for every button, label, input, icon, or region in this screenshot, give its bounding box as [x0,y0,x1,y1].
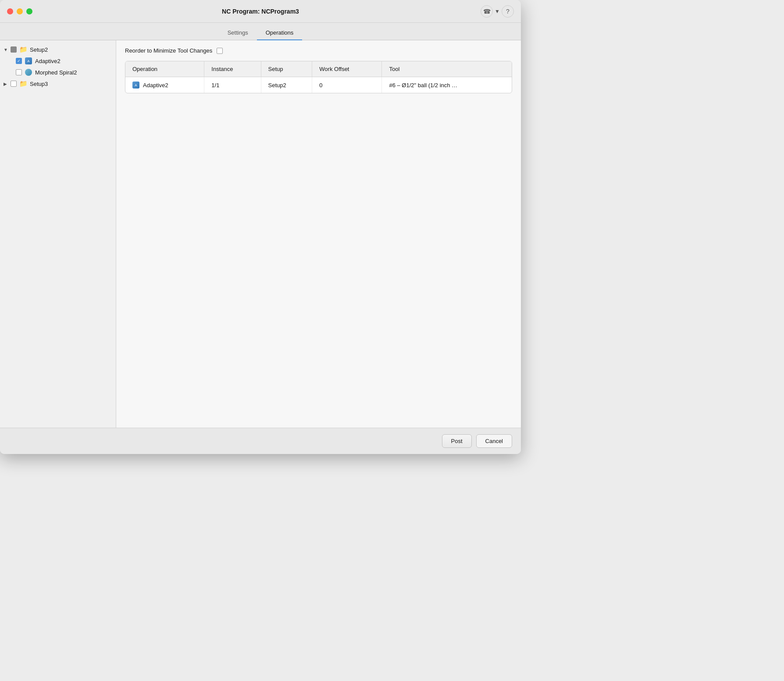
chevron-down-icon: ▼ [495,8,500,14]
setup2-label: Setup2 [30,46,48,53]
tabs-bar: Settings Operations [0,23,521,40]
titlebar-actions: ☎ ▼ ? [481,5,514,18]
cell-setup: Setup2 [261,77,312,93]
col-header-tool: Tool [382,61,512,77]
sidebar-item-morphed-spiral2[interactable]: Morphed Spiral2 [0,67,116,78]
window-controls [7,8,32,14]
close-button[interactable] [7,8,13,14]
setup3-label: Setup3 [30,81,48,87]
reorder-checkbox[interactable] [217,48,223,54]
tab-operations[interactable]: Operations [257,26,303,40]
chevron-right-icon: ▶ [4,82,11,86]
sidebar-item-setup2[interactable]: ▼ 📁 Setup2 [0,44,116,55]
phone-icon-button[interactable]: ☎ [481,5,493,18]
adaptive2-op-icon: A [25,57,32,65]
row-op-icon: A [132,82,139,89]
question-icon: ? [506,8,510,15]
cell-instance: 1/1 [204,77,261,93]
adaptive2-checkbox[interactable] [16,58,22,64]
tab-settings[interactable]: Settings [219,26,257,40]
operations-table: Operation Instance Setup Work Offset Too… [125,61,512,93]
cell-tool: #6 – Ø1/2" ball (1/2 inch … [382,77,512,93]
content-header: Reorder to Minimize Tool Changes [116,40,521,61]
operations-table-container: Operation Instance Setup Work Offset Too… [125,61,512,93]
folder-icon: 📁 [19,80,27,88]
minimize-button[interactable] [17,8,23,14]
setup3-checkbox[interactable] [11,81,17,87]
bottom-bar: Post Cancel [0,428,521,454]
window-title: NC Program: NCProgram3 [222,8,299,15]
adaptive2-label: Adaptive2 [35,58,61,64]
col-header-operation: Operation [125,61,204,77]
setup2-checkbox[interactable] [11,46,17,53]
sidebar-item-adaptive2[interactable]: A Adaptive2 [0,55,116,67]
post-button[interactable]: Post [442,434,472,448]
maximize-button[interactable] [26,8,32,14]
cell-work-offset: 0 [312,77,382,93]
morphed-spiral2-checkbox[interactable] [16,69,22,75]
table-header-row: Operation Instance Setup Work Offset Too… [125,61,512,77]
sidebar: ▼ 📁 Setup2 A Adaptive2 Morphed Spiral2 [0,40,116,428]
folder-icon: 📁 [19,46,27,53]
cell-operation: A Adaptive2 [125,77,204,93]
content-area: Reorder to Minimize Tool Changes Operati… [116,40,521,428]
cancel-button[interactable]: Cancel [476,434,512,448]
titlebar: NC Program: NCProgram3 ☎ ▼ ? [0,0,521,23]
help-icon-button[interactable]: ? [502,5,514,18]
col-header-instance: Instance [204,61,261,77]
chevron-down-icon: ▼ [4,47,11,52]
morphed-spiral2-op-icon [25,68,32,76]
table-row[interactable]: A Adaptive2 1/1 Setup2 0 #6 – Ø1/2" ball… [125,77,512,93]
main-layout: ▼ 📁 Setup2 A Adaptive2 Morphed Spiral2 [0,40,521,428]
sidebar-item-setup3[interactable]: ▶ 📁 Setup3 [0,78,116,89]
morphed-spiral2-label: Morphed Spiral2 [35,69,77,76]
col-header-work-offset: Work Offset [312,61,382,77]
col-header-setup: Setup [261,61,312,77]
phone-icon: ☎ [483,8,491,15]
reorder-label: Reorder to Minimize Tool Changes [125,47,212,54]
row-operation-label: Adaptive2 [143,82,168,89]
